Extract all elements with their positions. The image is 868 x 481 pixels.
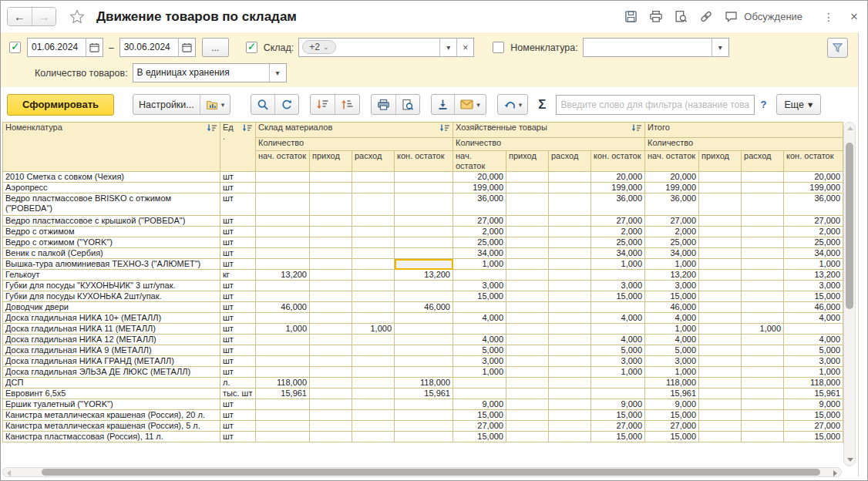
cell-unit[interactable]: шт (220, 324, 256, 335)
cell-value[interactable]: 27,000 (591, 216, 645, 227)
print-report-button[interactable] (372, 95, 395, 114)
cell-value[interactable]: 3,000 (453, 281, 506, 291)
cell-value[interactable] (256, 183, 310, 193)
cell-value[interactable] (742, 335, 784, 345)
cell-value[interactable]: 3,000 (591, 356, 645, 367)
cell-value[interactable]: 4,000 (591, 335, 645, 345)
cell-value[interactable] (352, 313, 395, 324)
cell-unit[interactable]: шт (220, 302, 256, 313)
cell-value[interactable] (310, 227, 352, 237)
cell-value[interactable] (699, 313, 742, 324)
quantity-subheader[interactable]: Количество (645, 138, 843, 151)
cell-value[interactable] (591, 324, 645, 335)
column-group-itogo[interactable]: Итого (645, 123, 843, 138)
cell-value[interactable]: 2,000 (784, 227, 843, 237)
cell-value[interactable]: 1,000 (453, 367, 506, 378)
period-checkbox[interactable] (9, 42, 21, 53)
cell-value[interactable]: 13,200 (784, 270, 843, 281)
cell-nomenclature[interactable]: Доска гладильная НИКА ГРАНД (МЕТАЛЛ) (3, 356, 220, 367)
cell-value[interactable]: 1,000 (591, 259, 645, 270)
subcol-header[interactable]: кон. остаток (784, 151, 843, 172)
sort-icon[interactable] (439, 124, 450, 132)
cell-value[interactable] (549, 248, 591, 259)
cell-value[interactable] (506, 183, 549, 193)
cell-value[interactable]: 27,000 (453, 421, 506, 432)
cell-value[interactable] (310, 367, 352, 378)
cell-value[interactable]: 20,000 (453, 172, 506, 183)
cell-value[interactable] (256, 172, 310, 183)
cell-value[interactable]: 36,000 (784, 193, 843, 216)
print-icon[interactable] (649, 10, 663, 23)
cell-nomenclature[interactable]: Канистра металлическая крашеная (Россия)… (3, 421, 220, 432)
scroll-left-arrow-icon[interactable] (7, 470, 11, 476)
cell-value[interactable]: 20,000 (645, 172, 699, 183)
cell-value[interactable]: 118,000 (256, 378, 310, 388)
cell-value[interactable] (699, 367, 742, 378)
cell-value[interactable]: 46,000 (256, 302, 310, 313)
sklad-checkbox[interactable] (246, 42, 257, 53)
cell-value[interactable]: 4,000 (591, 313, 645, 324)
cell-value[interactable] (453, 302, 506, 313)
cell-value[interactable] (506, 237, 549, 248)
cell-value[interactable] (699, 227, 742, 237)
sum-button[interactable]: Σ (538, 97, 546, 113)
cell-value[interactable] (549, 410, 591, 421)
cell-value[interactable] (742, 421, 784, 432)
cell-value[interactable] (506, 324, 549, 335)
subcol-header[interactable]: приход (699, 151, 742, 172)
cell-value[interactable] (742, 302, 784, 313)
cell-unit[interactable]: шт (220, 356, 256, 367)
cell-value[interactable] (395, 399, 453, 410)
cell-value[interactable] (310, 313, 352, 324)
cell-value[interactable] (395, 291, 453, 302)
cell-value[interactable] (352, 183, 395, 193)
cell-value[interactable]: 2,000 (591, 227, 645, 237)
cell-value[interactable] (742, 227, 784, 237)
cell-value[interactable] (699, 302, 742, 313)
cell-unit[interactable]: шт (220, 216, 256, 227)
cell-value[interactable] (742, 259, 784, 270)
cell-value[interactable] (310, 356, 352, 367)
cell-value[interactable] (699, 193, 742, 216)
cell-value[interactable]: 5,000 (784, 345, 843, 356)
cell-value[interactable] (310, 388, 352, 399)
report-variants-button[interactable]: ▾ (200, 95, 230, 114)
cell-value[interactable]: 15,961 (395, 388, 453, 399)
vertical-scrollbar[interactable] (843, 122, 856, 466)
cell-value[interactable] (352, 259, 395, 270)
cell-value[interactable] (453, 324, 506, 335)
cell-value[interactable] (256, 248, 310, 259)
cell-value[interactable]: 27,000 (645, 421, 699, 432)
cell-value[interactable] (506, 432, 549, 442)
cell-value[interactable]: 1,000 (453, 259, 506, 270)
cell-value[interactable]: 15,000 (645, 291, 699, 302)
cell-value[interactable] (506, 172, 549, 183)
cell-value[interactable] (506, 399, 549, 410)
cell-value[interactable] (506, 421, 549, 432)
cell-value[interactable] (699, 183, 742, 193)
cell-value[interactable]: 25,000 (645, 237, 699, 248)
cell-value[interactable]: 9,000 (645, 399, 699, 410)
nomenclature-checkbox[interactable] (493, 42, 504, 53)
cell-value[interactable] (256, 345, 310, 356)
cell-value[interactable] (742, 270, 784, 281)
cell-value[interactable] (699, 216, 742, 227)
cell-value[interactable] (506, 378, 549, 388)
cell-unit[interactable]: шт (220, 410, 256, 421)
cell-value[interactable] (256, 237, 310, 248)
cell-nomenclature[interactable]: Гелькоут (3, 270, 220, 281)
cell-value[interactable]: 27,000 (591, 421, 645, 432)
period-more-button[interactable]: ... (202, 38, 229, 57)
cell-value[interactable] (395, 367, 453, 378)
cell-value[interactable] (352, 335, 395, 345)
subcol-header[interactable]: кон. остаток (395, 151, 453, 172)
cell-value[interactable]: 13,200 (645, 270, 699, 281)
cell-value[interactable] (549, 172, 591, 183)
cell-value[interactable] (591, 302, 645, 313)
cell-value[interactable] (784, 324, 843, 335)
cell-value[interactable] (742, 313, 784, 324)
cell-value[interactable]: 13,200 (256, 270, 310, 281)
sklad-field[interactable]: +2 ⌄ ▾ × (298, 38, 474, 57)
cell-nomenclature[interactable]: Веник с палкой (Сербия) (3, 248, 220, 259)
cell-value[interactable] (256, 335, 310, 345)
